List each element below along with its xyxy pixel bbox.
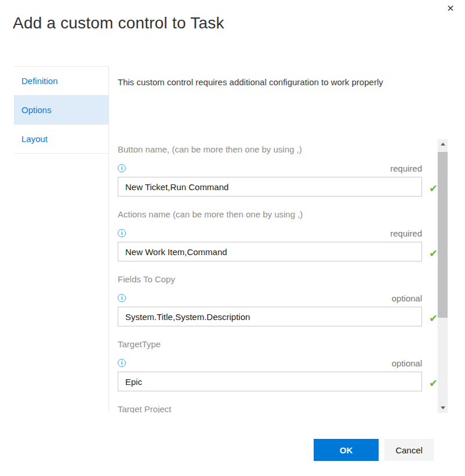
field-target-type: TargetType i optional ✔ xyxy=(118,339,422,391)
field-fields-to-copy: Fields To Copy i optional ✔ xyxy=(118,274,422,326)
field-button-name: Button name, (can be more then one by us… xyxy=(118,144,422,197)
field-label: Target Project xyxy=(118,404,422,413)
dialog-title: Add a custom control to Task xyxy=(13,14,224,32)
fields-to-copy-input[interactable] xyxy=(118,307,422,326)
target-type-input[interactable] xyxy=(118,372,422,391)
ok-button[interactable]: OK xyxy=(314,439,379,461)
tab-definition[interactable]: Definition xyxy=(14,67,108,96)
field-label: Actions name (can be more then one by us… xyxy=(118,209,422,220)
info-icon[interactable]: i xyxy=(118,229,126,237)
field-target-project: Target Project xyxy=(118,404,422,413)
requirement-badge: required xyxy=(390,163,422,173)
info-icon[interactable]: i xyxy=(118,164,126,172)
field-label: Fields To Copy xyxy=(118,274,422,285)
scrollbar[interactable] xyxy=(438,139,448,413)
requirement-badge: required xyxy=(390,228,422,238)
scrollbar-thumb[interactable] xyxy=(438,152,448,318)
field-label: Button name, (can be more then one by us… xyxy=(118,144,422,155)
options-form-viewport: Button name, (can be more then one by us… xyxy=(118,139,438,413)
configuration-description: This custom control requires additional … xyxy=(118,77,383,87)
settings-tabs: Definition Options Layout xyxy=(14,66,108,154)
info-icon[interactable]: i xyxy=(118,359,126,367)
scroll-up-icon[interactable] xyxy=(438,139,448,149)
valid-check-icon: ✔ xyxy=(429,313,438,324)
info-icon[interactable]: i xyxy=(118,294,126,302)
tab-options[interactable]: Options xyxy=(14,96,108,125)
tab-layout[interactable]: Layout xyxy=(14,125,108,154)
requirement-badge: optional xyxy=(391,293,422,303)
sidebar-divider xyxy=(108,66,109,412)
valid-check-icon: ✔ xyxy=(429,248,438,259)
button-name-input[interactable] xyxy=(118,177,422,197)
cancel-button[interactable]: Cancel xyxy=(384,439,434,461)
requirement-badge: optional xyxy=(391,358,422,368)
valid-check-icon: ✔ xyxy=(429,183,438,194)
scroll-down-icon[interactable] xyxy=(438,403,448,413)
close-icon[interactable]: ✕ xyxy=(444,1,457,15)
field-label: TargetType xyxy=(118,339,422,350)
field-actions-name: Actions name (can be more then one by us… xyxy=(118,209,422,261)
actions-name-input[interactable] xyxy=(118,242,422,261)
valid-check-icon: ✔ xyxy=(429,378,438,388)
